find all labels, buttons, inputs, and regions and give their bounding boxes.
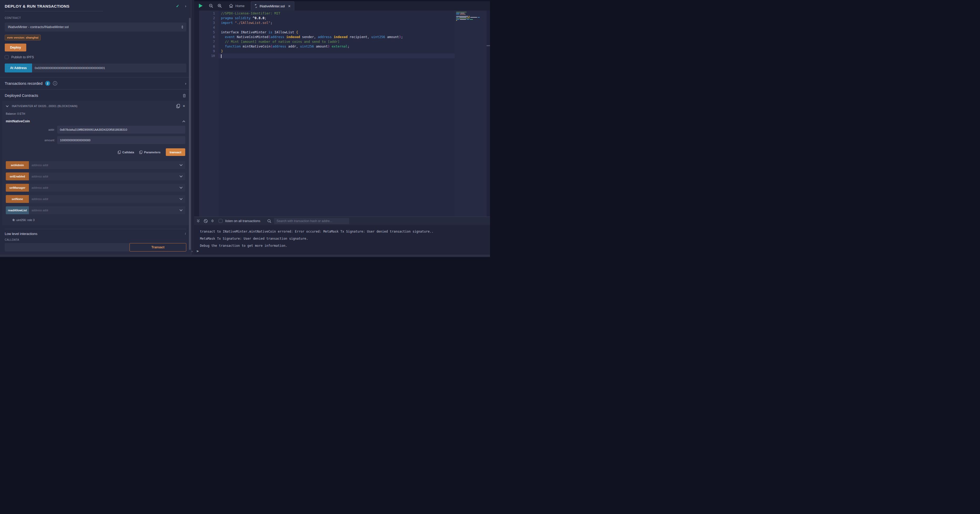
contract-select[interactable]: INativeMinter - contracts/INativeMinter.… xyxy=(5,22,186,32)
copy-calldata-button[interactable]: Calldata xyxy=(118,151,134,154)
remove-contract-icon[interactable]: ✕ xyxy=(183,104,185,108)
terminal-message: transact to INativeMinter.mintNativeCoin… xyxy=(194,229,490,234)
calldata-label: CALLDATA xyxy=(5,238,186,241)
expand-function-chevron-icon[interactable] xyxy=(180,209,183,211)
publish-ipfs-label: Publish to IPFS xyxy=(11,56,34,59)
transactions-count-badge: 2 xyxy=(45,81,50,86)
expand-function-chevron-icon[interactable] xyxy=(180,164,183,166)
status-check-icon: ✓ xyxy=(176,4,180,8)
expand-terminal-icon[interactable] xyxy=(197,219,200,223)
publish-ipfs-checkbox[interactable] xyxy=(5,55,9,59)
close-tab-icon[interactable]: ✕ xyxy=(288,4,291,8)
evm-version-badge: evm version: shanghai xyxy=(5,35,41,40)
low-level-transact-button[interactable]: Transact xyxy=(129,243,186,251)
code-lines: 1//SPDX-License-Identifier: MIT2pragma s… xyxy=(194,11,455,58)
line-content: interface INativeMinter is IAllowList { xyxy=(219,30,455,35)
line-content: pragma solidity ^0.8.0; xyxy=(219,16,455,21)
clear-console-icon[interactable] xyxy=(204,219,208,223)
calldata-input[interactable] xyxy=(5,243,129,251)
function-row-readAllowList: readAllowListaddress addr xyxy=(6,206,185,214)
expand-function-chevron-icon[interactable] xyxy=(180,187,183,189)
call-result: 0:uint256: role 3 xyxy=(6,218,185,222)
zoom-in-icon[interactable] xyxy=(218,4,222,8)
deployed-contract-card: INATIVEMINTER AT 0X020...00001 (BLOCKCHA… xyxy=(2,101,189,225)
setNone-input[interactable]: address addr xyxy=(29,195,185,203)
run-script-play-icon[interactable] xyxy=(199,4,202,8)
transact-button[interactable]: transact xyxy=(166,148,185,156)
editor-scrollbar-thumb[interactable] xyxy=(487,45,490,46)
copy-parameters-button[interactable]: Parameters xyxy=(139,151,161,154)
at-address-input[interactable] xyxy=(32,63,186,73)
line-content: import "./IAllowList.sol"; xyxy=(219,21,455,25)
input-placeholder: address addr xyxy=(32,197,180,201)
divider-chevron-icon[interactable]: › xyxy=(191,250,192,253)
title-underline xyxy=(5,11,103,11)
readAllowList-input[interactable]: address addr xyxy=(29,206,185,214)
transactions-recorded-section: Transactions recorded 2 › xyxy=(0,77,191,89)
setAdmin-input[interactable]: address addr xyxy=(29,161,185,169)
field-input-amount[interactable] xyxy=(57,136,185,144)
terminal-search-input[interactable] xyxy=(274,218,349,224)
pending-tx-count: 0 xyxy=(212,219,213,223)
code-line-1: 1//SPDX-License-Identifier: MIT xyxy=(194,11,455,16)
at-address-button[interactable]: At Address xyxy=(5,63,32,73)
line-number: 6 xyxy=(194,35,219,40)
deploy-button[interactable]: Deploy xyxy=(5,44,26,51)
panel-scrollbar[interactable] xyxy=(189,18,191,250)
setManager-button[interactable]: setManager xyxy=(6,184,29,192)
copy-address-icon[interactable] xyxy=(176,104,180,108)
select-arrows-icon xyxy=(181,25,184,29)
function-row-setEnabled: setEnabledaddress addr xyxy=(6,173,185,180)
code-line-10: 10 xyxy=(194,54,455,58)
code-editor[interactable]: 1//SPDX-License-Identifier: MIT2pragma s… xyxy=(194,11,490,217)
function-row-setAdmin: setAdminaddress addr xyxy=(6,161,185,169)
open-function-name: mintNativeCoin xyxy=(6,119,182,123)
expand-function-chevron-icon[interactable] xyxy=(180,175,183,178)
setEnabled-button[interactable]: setEnabled xyxy=(6,173,29,180)
terminal-header: 0 listen on all transactions xyxy=(194,217,490,225)
setNone-button[interactable]: setNone xyxy=(6,195,29,203)
listen-all-transactions-checkbox[interactable] xyxy=(219,219,223,223)
editor-scrollbar[interactable] xyxy=(487,11,490,217)
code-line-6: 6 event NativeCoinMinted(address indexed… xyxy=(194,35,455,40)
minimap[interactable] xyxy=(456,12,482,21)
editor-tabbar: Home INativeMinter.sol ✕ xyxy=(194,0,490,11)
panel-chevron-right-icon[interactable]: › xyxy=(185,4,186,8)
line-number: 10 xyxy=(194,54,219,58)
zoom-out-icon[interactable] xyxy=(209,4,213,8)
function-field-row: amount: xyxy=(6,136,185,144)
line-content xyxy=(219,54,455,58)
deploy-run-panel: DEPLOY & RUN TRANSACTIONS ✓ › CONTRACT I… xyxy=(0,0,191,255)
text-cursor xyxy=(221,54,221,58)
setEnabled-input[interactable]: address addr xyxy=(29,173,185,180)
readAllowList-button[interactable]: readAllowList xyxy=(6,206,29,214)
setAdmin-button[interactable]: setAdmin xyxy=(6,161,29,169)
contract-select-value: INativeMinter - contracts/INativeMinter.… xyxy=(8,25,181,29)
line-content: } xyxy=(219,49,455,54)
tab-inativeminter[interactable]: INativeMinter.sol ✕ xyxy=(251,1,294,11)
tab-home[interactable]: Home xyxy=(229,4,245,8)
minimap-column[interactable] xyxy=(455,11,487,217)
panel-resize-divider[interactable]: › xyxy=(191,0,194,255)
transactions-expand-chevron-icon[interactable]: › xyxy=(185,81,186,86)
field-input-addr[interactable] xyxy=(57,126,185,133)
function-collapse-chevron-icon[interactable] xyxy=(182,121,185,122)
line-content: //SPDX-License-Identifier: MIT xyxy=(219,11,455,16)
line-number: 2 xyxy=(194,16,219,21)
listen-all-transactions-label: listen on all transactions xyxy=(225,219,260,223)
setManager-input[interactable]: address addr xyxy=(29,184,185,192)
line-number: 4 xyxy=(194,25,219,30)
contract-collapse-chevron-icon[interactable] xyxy=(6,105,9,107)
expand-function-chevron-icon[interactable] xyxy=(180,198,183,200)
tab-label: INativeMinter.sol xyxy=(259,4,285,8)
function-row-setNone: setNoneaddress addr xyxy=(6,195,185,203)
terminal-prompt[interactable]: > xyxy=(197,249,199,253)
main-area: Home INativeMinter.sol ✕ 1//SPDX-License… xyxy=(194,0,490,255)
line-number: 5 xyxy=(194,30,219,35)
line-content xyxy=(219,25,455,30)
function-field-row: addr: xyxy=(6,126,185,133)
trash-icon[interactable] xyxy=(182,94,186,98)
input-placeholder: address addr xyxy=(32,175,180,178)
line-number: 9 xyxy=(194,49,219,54)
info-icon xyxy=(53,81,57,86)
